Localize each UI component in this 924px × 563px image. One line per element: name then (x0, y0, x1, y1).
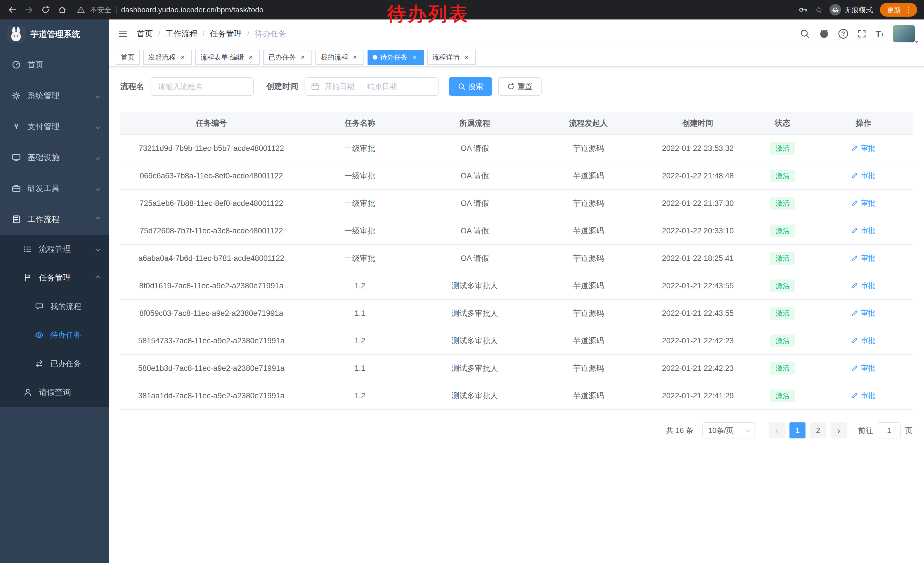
bookmark-star-icon[interactable]: ☆ (815, 6, 823, 14)
breadcrumb-home[interactable]: 首页 (137, 29, 153, 39)
edit-pen-icon (851, 392, 858, 399)
sidebar-item-home[interactable]: 首页 (0, 49, 109, 80)
sidebar-item-workflow[interactable]: 工作流程 (0, 204, 109, 235)
edit-pen-icon (851, 365, 858, 371)
goto-page-input[interactable] (878, 422, 900, 438)
table-row: 75d72608-7b7f-11ec-a3c8-acde48001122 一级审… (120, 217, 912, 245)
tab-my-process[interactable]: 我的流程 × (315, 50, 364, 65)
address-bar[interactable]: 不安全 dashboard.yudao.iocoder.cn/bpm/task/… (77, 5, 797, 15)
cell-process: OA 请假 (417, 217, 532, 245)
sidebar-item-done-tasks[interactable]: 已办任务 (0, 349, 109, 378)
avatar[interactable] (893, 25, 915, 42)
approve-link[interactable]: 审批 (851, 171, 875, 181)
sidebar-item-payment[interactable]: ¥ 支付管理 (0, 111, 109, 142)
url-text: dashboard.yudao.iocoder.cn/bpm/task/todo (121, 6, 263, 14)
approve-link[interactable]: 审批 (851, 143, 875, 153)
cell-process: OA 请假 (417, 135, 532, 162)
close-icon[interactable]: × (247, 53, 255, 61)
close-icon[interactable]: × (463, 53, 471, 61)
cell-create-time: 2022-01-21 22:42:23 (645, 327, 751, 354)
breadcrumb-workflow[interactable]: 工作流程 (165, 29, 198, 39)
process-name-label: 流程名 (120, 81, 144, 92)
cell-task-name: 1.1 (303, 354, 417, 382)
sidebar-item-process-management[interactable]: 流程管理 (0, 235, 109, 263)
browser-menu-icon[interactable]: ⋮ (905, 6, 912, 14)
approve-link-label: 审批 (861, 198, 875, 208)
tab-process-detail[interactable]: 流程详情 × (427, 50, 476, 65)
sidebar-item-leave-query[interactable]: 请假查询 (0, 378, 109, 407)
sidebar-item-todo-tasks[interactable]: 待办任务 (0, 321, 109, 349)
end-date-placeholder: 结束日期 (367, 82, 397, 92)
goto-label: 前往 (858, 426, 873, 435)
help-icon[interactable]: ? (838, 29, 848, 39)
key-icon[interactable] (798, 5, 808, 15)
breadcrumb-current: 待办任务 (255, 29, 286, 39)
browser-back-icon[interactable] (4, 2, 20, 18)
browser-forward-icon[interactable] (21, 2, 37, 18)
github-icon[interactable] (819, 29, 829, 39)
breadcrumb-task-management[interactable]: 任务管理 (210, 29, 242, 39)
page-button-2[interactable]: 2 (810, 422, 826, 438)
search-icon[interactable] (800, 29, 810, 39)
close-icon[interactable]: × (351, 53, 359, 61)
approve-link[interactable]: 审批 (851, 336, 875, 346)
table-row: 381aa1dd-7ac8-11ec-a9e2-a2380e71991a 1.2… (120, 382, 912, 410)
page-size-value: 10条/页 (708, 426, 734, 435)
cell-status: 激活 (751, 272, 814, 300)
cell-action: 审批 (814, 189, 912, 217)
tab-done-tasks[interactable]: 已办任务 × (263, 50, 312, 65)
font-size-icon[interactable]: TT (876, 30, 884, 38)
table-row: 069c6a63-7b8a-11ec-8ef0-acde48001122 一级审… (120, 162, 912, 189)
incognito-icon (830, 4, 841, 15)
cell-task-id: 069c6a63-7b8a-11ec-8ef0-acde48001122 (120, 162, 303, 189)
close-icon[interactable]: × (411, 53, 418, 61)
cell-status: 激活 (751, 300, 814, 327)
prev-page-button[interactable]: ‹ (769, 422, 785, 438)
tab-home[interactable]: 首页 (116, 50, 140, 65)
process-name-input[interactable] (151, 77, 254, 96)
cell-initiator: 芋道源码 (532, 382, 645, 410)
sidebar-item-devtools[interactable]: 研发工具 (0, 173, 109, 204)
fullscreen-icon[interactable] (857, 29, 867, 38)
table-row: 8f059c03-7ac8-11ec-a9e2-a2380e71991a 1.1… (120, 300, 912, 327)
sidebar-item-infrastructure[interactable]: 基础设施 (0, 142, 109, 173)
cell-process: 测试多审批人 (417, 354, 532, 382)
edit-pen-icon (851, 255, 858, 261)
approve-link[interactable]: 审批 (851, 253, 875, 263)
page-button-1[interactable]: 1 (789, 422, 806, 438)
close-icon[interactable]: × (299, 53, 307, 61)
cell-task-id: 580e1b3d-7ac8-11ec-a9e2-a2380e71991a (120, 354, 303, 382)
incognito-chip[interactable]: 无痕模式 (830, 4, 873, 15)
date-range-picker[interactable]: 开始日期 - 结束日期 (304, 77, 438, 96)
tab-process-form-edit[interactable]: 流程表单-编辑 × (195, 50, 260, 65)
approve-link[interactable]: 审批 (851, 281, 875, 291)
approve-link[interactable]: 审批 (851, 390, 875, 401)
approve-link[interactable]: 审批 (851, 363, 875, 373)
app-logo[interactable]: 芋道管理系统 (0, 20, 109, 49)
status-badge: 激活 (770, 279, 795, 292)
search-button[interactable]: 搜索 (449, 77, 492, 96)
sidebar-item-task-management[interactable]: 任务管理 (0, 263, 109, 292)
approve-link[interactable]: 审批 (851, 226, 875, 236)
approve-link[interactable]: 审批 (851, 198, 875, 208)
reset-button[interactable]: 重置 (498, 77, 542, 96)
close-icon[interactable]: × (178, 53, 187, 61)
chevron-up-icon (96, 217, 100, 222)
cell-status: 激活 (751, 135, 814, 162)
collapse-sidebar-icon[interactable] (118, 29, 128, 39)
tab-todo-tasks[interactable]: 待办任务 × (368, 50, 424, 65)
cell-process: 测试多审批人 (417, 382, 532, 410)
next-page-button[interactable]: › (831, 422, 847, 438)
cell-task-name: 一级审批 (303, 189, 417, 217)
browser-reload-icon[interactable] (38, 2, 53, 18)
tab-start-process[interactable]: 发起流程 × (143, 50, 192, 65)
page-size-select[interactable]: 10条/页 (702, 422, 755, 438)
update-button[interactable]: 更新 ⋮ (880, 3, 917, 17)
sidebar-item-system[interactable]: 系统管理 (0, 80, 109, 111)
browser-home-icon[interactable] (54, 2, 70, 18)
approve-link[interactable]: 审批 (851, 308, 875, 318)
approve-link-label: 审批 (861, 363, 875, 373)
cell-initiator: 芋道源码 (532, 217, 645, 245)
sidebar-item-my-process[interactable]: 我的流程 (0, 292, 109, 321)
cell-task-id: 8f0d1619-7ac8-11ec-a9e2-a2380e71991a (120, 272, 303, 300)
